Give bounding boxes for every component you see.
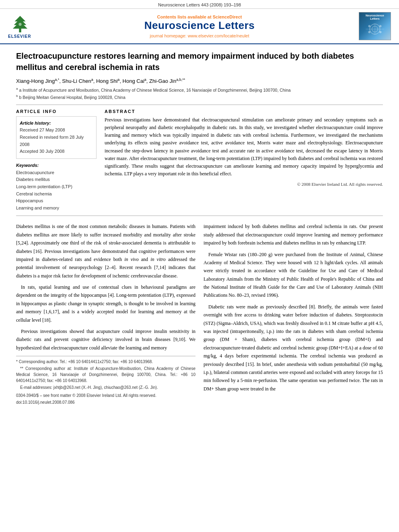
abstract-column: ABSTRACT Previous investigations have de… (105, 109, 383, 212)
homepage-url: www.elsevier.com/locate/neulet (188, 33, 249, 38)
footnote-3: E-mail addresses: jxhtjb@263.net (X.-H. … (16, 384, 195, 390)
journal-thumb-graphic (361, 22, 389, 38)
contents-label: Contents lists available at (157, 14, 212, 19)
authors-text: Xiang-Hong Jinga,*, Shu-Li Chena, Hong S… (16, 78, 185, 84)
journal-cover-thumbnail: NeuroscienceLetters (359, 12, 391, 40)
abstract-text: Previous investigations have demonstrate… (105, 116, 383, 188)
journal-citation: Neuroscience Letters 443 (2008) 193–198 (158, 2, 241, 7)
keyword-1: Electroacupuncture (16, 169, 97, 177)
keywords-section: Keywords: Electroacupuncture Diabetes me… (16, 163, 97, 212)
keyword-2: Diabetes mellitus (16, 176, 97, 183)
affiliation-a: a a Institute of Acupuncture and Moxibus… (16, 86, 383, 93)
elsevier-tree-icon (8, 14, 32, 34)
svg-point-13 (379, 31, 381, 33)
body-para-r2: Female Wistar rats (180–200 g) were purc… (204, 251, 383, 300)
svg-point-12 (368, 31, 370, 33)
elsevier-logo-area: ELSEVIER (8, 14, 56, 39)
homepage-label: journal homepage: (150, 33, 186, 38)
body-para-3: Previous investigations showed that acup… (16, 327, 195, 352)
elsevier-brand-text: ELSEVIER (8, 34, 31, 39)
body-col-right: impairment induced by both diabetes mell… (204, 222, 383, 406)
authors-line: Xiang-Hong Jinga,*, Shu-Li Chena, Hong S… (16, 78, 383, 84)
journal-homepage: journal homepage: www.elsevier.com/locat… (56, 33, 343, 38)
license-text: 0304-3940/$ – see front matter © 2008 El… (16, 392, 195, 399)
keyword-4: Cerebral ischemia (16, 191, 97, 198)
svg-point-11 (379, 25, 381, 27)
abstract-heading: ABSTRACT (105, 109, 383, 114)
body-para-r1: impairment induced by both diabetes mell… (204, 222, 383, 247)
svg-point-5 (19, 23, 21, 25)
footnote-1: * Corresponding author. Tel.: +86 10 640… (16, 359, 195, 365)
revised-date: Received in revised form 28 July 2008 (20, 134, 93, 148)
separator (16, 105, 383, 105)
journal-header: ELSEVIER Contents lists available at Sci… (0, 9, 399, 44)
copyright-line: © 2008 Elsevier Ireland Ltd. All rights … (105, 181, 383, 188)
info-abstract-section: ARTICLE INFO Article history: Received 2… (16, 109, 383, 212)
sciencedirect-link-text: ScienceDirect (213, 14, 242, 19)
journal-citation-bar: Neuroscience Letters 443 (2008) 193–198 (0, 0, 399, 9)
body-col-left: Diabetes mellitus is one of the most com… (16, 222, 195, 406)
journal-header-center: Contents lists available at ScienceDirec… (56, 14, 343, 38)
journal-thumb-title: NeuroscienceLetters (366, 14, 384, 21)
accepted-date: Accepted 30 July 2008 (20, 148, 93, 155)
keywords-label: Keywords: (16, 163, 97, 168)
keyword-6: Learning and memory (16, 205, 97, 212)
article-info-column: ARTICLE INFO Article history: Received 2… (16, 109, 97, 212)
body-para-r3: Diabetic rats were made as previously de… (204, 303, 383, 393)
body-para-1: Diabetes mellitus is one of the most com… (16, 222, 195, 280)
article-title: Electroacupuncture restores learning and… (16, 50, 383, 73)
received-date: Received 27 May 2008 (20, 127, 93, 134)
footnote-2: ** Corresponding author at: Institute of… (16, 366, 195, 384)
page-wrapper: Neuroscience Letters 443 (2008) 193–198 … (0, 0, 399, 532)
license-doi: 0304-3940/$ – see front matter © 2008 El… (16, 392, 195, 406)
article-content: Electroacupuncture restores learning and… (0, 44, 399, 414)
history-label: Article history: (20, 120, 93, 127)
keyword-5: Hippocampus (16, 197, 97, 205)
body-separator (16, 216, 383, 216)
article-info-heading: ARTICLE INFO (16, 109, 97, 114)
affiliation-b: b b Beijing Meitan General Hospital, Bei… (16, 94, 383, 101)
elsevier-logo: ELSEVIER (8, 14, 56, 39)
keyword-3: Long-term potentiation (LTP) (16, 183, 97, 191)
footnotes: * Corresponding author. Tel.: +86 10 640… (16, 356, 195, 390)
sciencedirect-label: Contents lists available at ScienceDirec… (56, 14, 343, 19)
body-text-section: Diabetes mellitus is one of the most com… (16, 222, 383, 406)
svg-point-10 (368, 25, 370, 27)
article-history-box: Article history: Received 27 May 2008 Re… (16, 116, 97, 159)
doi-text: doi:10.1016/j.neulet.2008.07.086 (16, 399, 195, 406)
journal-title: Neuroscience Letters (56, 19, 343, 32)
affiliations: a a Institute of Acupuncture and Moxibus… (16, 86, 383, 101)
body-para-2: In rats, spatial learning and use of con… (16, 283, 195, 324)
journal-thumbnail-area: NeuroscienceLetters (343, 12, 391, 40)
